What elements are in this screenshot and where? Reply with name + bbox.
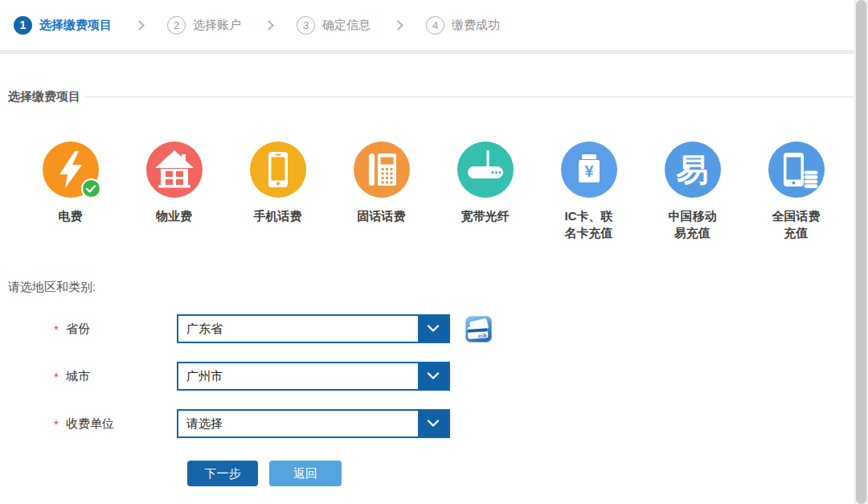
section-header: 选择缴费项目: [8, 89, 860, 104]
desk-phone-icon: [354, 141, 410, 198]
service-label: 宽带光纤: [461, 207, 510, 224]
header-rule: [85, 96, 860, 97]
chevron-down-icon[interactable]: [418, 316, 448, 342]
step-item-4: 4 缴费成功: [426, 16, 500, 35]
chevron-down-icon[interactable]: [418, 411, 448, 436]
section-divider: [0, 50, 868, 54]
section-title: 选择缴费项目: [8, 89, 80, 104]
chevron-down-icon[interactable]: [418, 363, 448, 389]
chevron-right-icon: [134, 20, 145, 31]
router-icon: [457, 141, 514, 198]
service-grid: 电费 物业费: [0, 141, 868, 241]
province-label: 省份: [66, 322, 177, 337]
step-label-1: 选择缴费项目: [39, 18, 112, 33]
step-item-1: 1 选择缴费项目: [14, 16, 112, 35]
required-asterisk: *: [54, 322, 66, 336]
service-broadband[interactable]: 宽带光纤: [433, 141, 537, 241]
service-label: IC卡、联 名卡充值: [565, 207, 613, 241]
svg-text:¥: ¥: [584, 162, 594, 180]
service-label: 手机话费: [254, 207, 302, 224]
step-number-3: 3: [297, 16, 315, 35]
province-row: * 省份 广东省 ccb: [0, 314, 868, 343]
step-item-2: 2 选择账户: [167, 16, 241, 35]
step-label-4: 缴费成功: [452, 18, 500, 33]
bank-card-app-icon[interactable]: ccb: [465, 316, 492, 342]
chevron-right-icon: [393, 20, 403, 31]
chevron-right-icon: [264, 20, 274, 31]
phone-coins-icon: [768, 141, 825, 198]
step-number-2: 2: [167, 16, 186, 35]
unit-value: 请选择: [178, 411, 418, 436]
unit-select[interactable]: 请选择: [177, 409, 450, 438]
service-label: 中国移动 易充值: [669, 207, 717, 241]
service-landline[interactable]: 固话话费: [330, 141, 433, 241]
city-value: 广州市: [178, 363, 418, 389]
service-national-recharge[interactable]: 全国话费 充值: [744, 141, 848, 241]
step-bar: 1 选择缴费项目 2 选择账户 3 确定信息 4 缴费成功: [0, 0, 868, 50]
service-property[interactable]: 物业费: [122, 141, 226, 241]
step-label-2: 选择账户: [193, 18, 241, 33]
service-label: 电费: [59, 207, 83, 224]
yi-character-icon: 易: [665, 141, 721, 198]
region-form: * 省份 广东省 ccb * 城市 广州市: [0, 314, 868, 438]
selected-check-icon: [81, 178, 101, 199]
region-prompt: 请选地区和类别:: [8, 280, 868, 295]
step-number-4: 4: [426, 16, 444, 35]
lightning-icon: [43, 141, 99, 198]
step-item-3: 3 确定信息: [297, 16, 371, 35]
city-label: 城市: [66, 369, 177, 384]
required-asterisk: *: [54, 370, 66, 383]
service-label: 固话话费: [358, 207, 406, 224]
service-cmcc-recharge[interactable]: 易 中国移动 易充值: [641, 141, 744, 241]
scrollbar-thumb[interactable]: [856, 0, 866, 504]
province-select[interactable]: 广东省: [177, 314, 450, 343]
next-button[interactable]: 下一步: [187, 461, 258, 486]
back-button[interactable]: 返回: [269, 461, 342, 486]
required-asterisk: *: [54, 417, 66, 431]
scrollbar-track[interactable]: [854, 0, 868, 504]
card-yen-icon: ¥: [561, 141, 617, 198]
unit-row: * 收费单位 请选择: [0, 409, 868, 438]
city-row: * 城市 广州市: [0, 362, 868, 391]
service-mobile[interactable]: 手机话费: [226, 141, 330, 241]
payment-page: 1 选择缴费项目 2 选择账户 3 确定信息 4 缴费成功 选择缴费项目: [0, 0, 868, 504]
province-value: 广东省: [178, 316, 418, 342]
action-buttons: 下一步 返回: [187, 461, 868, 486]
service-electricity[interactable]: 电费: [18, 141, 122, 241]
unit-label: 收费单位: [66, 416, 177, 432]
service-label: 物业费: [156, 207, 192, 224]
service-ic-card[interactable]: ¥ IC卡、联 名卡充值: [537, 141, 641, 241]
step-label-3: 确定信息: [322, 18, 371, 33]
city-select[interactable]: 广州市: [177, 362, 450, 391]
house-icon: [146, 141, 203, 198]
service-label: 全国话费 充值: [772, 207, 821, 241]
smartphone-icon: [250, 141, 306, 198]
step-number-1: 1: [14, 16, 32, 35]
